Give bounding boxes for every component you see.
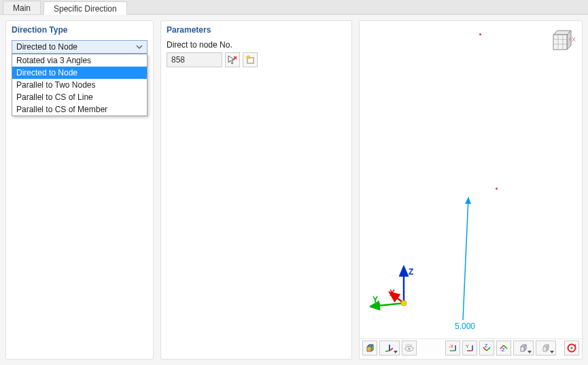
- option-parallel-to-two-nodes[interactable]: Parallel to Two Nodes: [12, 79, 147, 91]
- axis-z-icon: Z: [482, 343, 491, 353]
- direct-to-node-label: Direct to node No.: [161, 37, 351, 52]
- chevron-down-icon: [528, 351, 532, 353]
- reset-view-button[interactable]: [564, 341, 579, 355]
- svg-line-3: [377, 303, 404, 306]
- tab-specific-direction[interactable]: Specific Direction: [44, 1, 127, 15]
- direction-type-combo-display[interactable]: Directed to Node: [12, 40, 148, 54]
- eye-load-icon: [404, 343, 414, 353]
- tab-main[interactable]: Main: [3, 1, 41, 14]
- svg-marker-38: [543, 347, 547, 351]
- new-star-icon: [245, 55, 255, 65]
- axis-z-label: Z: [409, 267, 413, 277]
- direction-type-dropdown: Rotated via 3 Angles Directed to Node Pa…: [12, 54, 148, 116]
- svg-marker-8: [553, 35, 567, 50]
- axis-y-icon: Y: [465, 343, 474, 353]
- axis-y-label: Y: [373, 295, 378, 305]
- chevron-down-icon: [133, 41, 145, 53]
- iso-view-button[interactable]: [513, 341, 534, 355]
- svg-marker-35: [521, 347, 524, 351]
- option-rotated-via-3-angles[interactable]: Rotated via 3 Angles: [12, 54, 147, 67]
- option-directed-to-node[interactable]: Directed to Node: [12, 67, 147, 79]
- reset-red-icon: [567, 343, 576, 353]
- svg-text:-X: -X: [449, 344, 453, 349]
- display-mode-button[interactable]: [536, 341, 556, 355]
- svg-text:Z: Z: [485, 343, 488, 348]
- axis-x-icon: -X: [448, 343, 457, 353]
- cube-face-label: +X: [568, 36, 576, 43]
- direction-type-title: Direction Type: [6, 21, 153, 37]
- option-parallel-to-cs-of-member[interactable]: Parallel to CS of Member: [12, 103, 147, 116]
- view-z-button[interactable]: Z: [479, 341, 494, 355]
- chevron-down-icon: [394, 351, 398, 353]
- content-area: Direction Type Directed to Node Rotated …: [0, 15, 588, 365]
- cursor-x-icon: [228, 55, 237, 65]
- svg-rect-0: [247, 58, 254, 63]
- direction-type-combo[interactable]: Directed to Node Rotated via 3 Angles Di…: [12, 40, 148, 54]
- axis-x-label: X: [390, 288, 395, 298]
- axis-triad-icon: [385, 343, 394, 353]
- svg-text:-Z: -Z: [500, 347, 505, 352]
- show-loads-button[interactable]: [402, 341, 417, 355]
- svg-marker-15: [367, 347, 371, 351]
- panel-viewport: 5.000 Z Y X: [359, 20, 583, 360]
- svg-point-40: [571, 347, 573, 349]
- viewport-3d[interactable]: 5.000 Z Y X: [360, 21, 582, 336]
- tab-bar: Main Specific Direction: [0, 0, 588, 15]
- axis-neg-z-icon: -Z: [499, 343, 508, 353]
- panel-direction-type: Direction Type Directed to Node Rotated …: [5, 20, 154, 360]
- iso-cube-icon: [519, 343, 528, 353]
- new-node-button[interactable]: [243, 52, 258, 67]
- panel-parameters: Parameters Direct to node No.: [160, 20, 352, 360]
- svg-text:Y: Y: [466, 344, 469, 349]
- pick-node-button[interactable]: [225, 52, 240, 67]
- option-parallel-to-cs-of-line[interactable]: Parallel to CS of Line: [12, 91, 147, 103]
- view-x-button[interactable]: -X: [445, 341, 460, 355]
- axis-display-button[interactable]: [379, 341, 400, 355]
- view-y-button[interactable]: Y: [462, 341, 477, 355]
- view-cube[interactable]: +X: [547, 25, 578, 56]
- chevron-down-icon: [550, 351, 554, 353]
- show-model-button[interactable]: [362, 341, 377, 355]
- cube-colored-icon: [365, 343, 375, 353]
- view-neg-z-button[interactable]: -Z: [496, 341, 511, 355]
- render-cube-icon: [541, 343, 551, 353]
- dimension-label: 5.000: [455, 321, 475, 331]
- direction-type-combo-value: Directed to Node: [16, 42, 77, 52]
- svg-point-5: [401, 300, 407, 306]
- axis-triad: [370, 262, 431, 324]
- svg-line-1: [463, 198, 468, 320]
- node-number-input[interactable]: [167, 52, 222, 67]
- svg-line-17: [385, 351, 390, 351]
- parameters-title: Parameters: [161, 21, 351, 37]
- viewport-toolbar: -X Y: [360, 338, 582, 356]
- svg-point-20: [409, 347, 411, 349]
